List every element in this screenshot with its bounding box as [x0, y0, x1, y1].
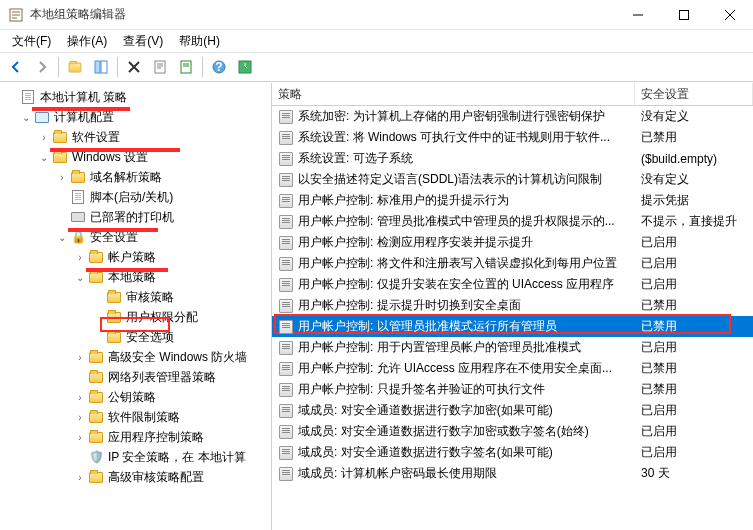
menubar: 文件(F) 操作(A) 查看(V) 帮助(H)	[0, 30, 753, 52]
policy-setting: ($build.empty)	[635, 152, 753, 166]
tree-scripts[interactable]: 脚本(启动/关机)	[0, 187, 271, 207]
delete-button[interactable]	[122, 55, 146, 79]
list-row[interactable]: 域成员: 对安全通道数据进行数字加密或数字签名(始终)已启用	[272, 421, 753, 442]
tree-root[interactable]: 本地计算机 策略	[0, 87, 271, 107]
policy-icon	[278, 445, 294, 461]
menu-view[interactable]: 查看(V)	[115, 31, 171, 52]
list-row[interactable]: 用户帐户控制: 以管理员批准模式运行所有管理员已禁用	[272, 316, 753, 337]
policy-setting: 已禁用	[635, 318, 753, 335]
policy-setting: 没有定义	[635, 108, 753, 125]
help-button[interactable]: ?	[207, 55, 231, 79]
policy-name: 用户帐户控制: 检测应用程序安装并提示提升	[298, 234, 533, 251]
policy-name: 用户帐户控制: 允许 UIAccess 应用程序在不使用安全桌面...	[298, 360, 612, 377]
policy-icon	[278, 340, 294, 356]
column-header-setting[interactable]: 安全设置	[635, 83, 753, 105]
tree-windows-settings[interactable]: ⌄ Windows 设置	[0, 147, 271, 167]
column-header-policy[interactable]: 策略	[272, 83, 635, 105]
list-body[interactable]: 系统加密: 为计算机上存储的用户密钥强制进行强密钥保护没有定义系统设置: 将 W…	[272, 106, 753, 530]
tree-adv-audit[interactable]: › 高级审核策略配置	[0, 467, 271, 487]
policy-name: 系统设置: 可选子系统	[298, 150, 413, 167]
tree-software-restrict[interactable]: › 软件限制策略	[0, 407, 271, 427]
chevron-down-icon[interactable]: ⌄	[18, 112, 34, 123]
chevron-right-icon[interactable]: ›	[72, 432, 88, 443]
list-row[interactable]: 用户帐户控制: 标准用户的提升提示行为提示凭据	[272, 190, 753, 211]
back-button[interactable]	[4, 55, 28, 79]
policy-icon	[278, 466, 294, 482]
tree-computer-config[interactable]: ⌄ 计算机配置	[0, 107, 271, 127]
svg-rect-4	[155, 61, 165, 73]
folder-icon	[106, 329, 122, 345]
list-row[interactable]: 系统加密: 为计算机上存储的用户密钥强制进行强密钥保护没有定义	[272, 106, 753, 127]
close-button[interactable]	[707, 0, 753, 29]
tree-security-options[interactable]: 安全选项	[0, 327, 271, 347]
folder-icon	[88, 469, 104, 485]
chevron-right-icon[interactable]: ›	[72, 252, 88, 263]
list-row[interactable]: 系统设置: 将 Windows 可执行文件中的证书规则用于软件...已禁用	[272, 127, 753, 148]
tree-audit-policy[interactable]: 审核策略	[0, 287, 271, 307]
list-row[interactable]: 用户帐户控制: 管理员批准模式中管理员的提升权限提示的...不提示，直接提升	[272, 211, 753, 232]
lock-icon: 🔒	[70, 229, 86, 245]
policy-name: 用户帐户控制: 仅提升安装在安全位置的 UIAccess 应用程序	[298, 276, 614, 293]
list-row[interactable]: 用户帐户控制: 允许 UIAccess 应用程序在不使用安全桌面...已禁用	[272, 358, 753, 379]
list-row[interactable]: 域成员: 对安全通道数据进行数字签名(如果可能)已启用	[272, 442, 753, 463]
titlebar: 本地组策略编辑器	[0, 0, 753, 30]
list-row[interactable]: 系统设置: 可选子系统($build.empty)	[272, 148, 753, 169]
export-button[interactable]	[174, 55, 198, 79]
list-row[interactable]: 用户帐户控制: 用于内置管理员帐户的管理员批准模式已启用	[272, 337, 753, 358]
chevron-down-icon[interactable]: ⌄	[36, 152, 52, 163]
folder-icon	[52, 129, 68, 145]
tree-user-rights[interactable]: 用户权限分配	[0, 307, 271, 327]
policy-name: 域成员: 对安全通道数据进行数字签名(如果可能)	[298, 444, 553, 461]
menu-help[interactable]: 帮助(H)	[171, 31, 228, 52]
tree-ip-sec[interactable]: 🛡️ IP 安全策略，在 本地计算	[0, 447, 271, 467]
list-row[interactable]: 用户帐户控制: 检测应用程序安装并提示提升已启用	[272, 232, 753, 253]
folder-icon	[88, 249, 104, 265]
policy-icon	[278, 130, 294, 146]
chevron-right-icon[interactable]: ›	[72, 472, 88, 483]
list-row[interactable]: 用户帐户控制: 仅提升安装在安全位置的 UIAccess 应用程序已启用	[272, 274, 753, 295]
maximize-button[interactable]	[661, 0, 707, 29]
tree-netlist-mgr[interactable]: 网络列表管理器策略	[0, 367, 271, 387]
svg-rect-3	[101, 61, 107, 73]
tree-local-policy[interactable]: ⌄ 本地策略	[0, 267, 271, 287]
tree-app-control[interactable]: › 应用程序控制策略	[0, 427, 271, 447]
up-button[interactable]	[63, 55, 87, 79]
policy-name: 用户帐户控制: 只提升签名并验证的可执行文件	[298, 381, 545, 398]
policy-icon	[278, 277, 294, 293]
tree-account-policy[interactable]: › 帐户策略	[0, 247, 271, 267]
tree-adv-firewall[interactable]: › 高级安全 Windows 防火墙	[0, 347, 271, 367]
show-hide-tree-button[interactable]	[89, 55, 113, 79]
svg-rect-2	[95, 61, 100, 73]
tree-panel[interactable]: 本地计算机 策略 ⌄ 计算机配置 › 软件设置 ⌄ Windows 设置 › 域	[0, 83, 272, 530]
document-icon	[20, 89, 36, 105]
chevron-right-icon[interactable]: ›	[54, 172, 70, 183]
tree-software-settings[interactable]: › 软件设置	[0, 127, 271, 147]
chevron-right-icon[interactable]: ›	[72, 352, 88, 363]
list-row[interactable]: 用户帐户控制: 将文件和注册表写入错误虚拟化到每用户位置已启用	[272, 253, 753, 274]
printer-icon	[70, 209, 86, 225]
refresh-button[interactable]	[233, 55, 257, 79]
policy-icon	[278, 424, 294, 440]
tree-deployed-printers[interactable]: 已部署的打印机	[0, 207, 271, 227]
list-row[interactable]: 用户帐户控制: 只提升签名并验证的可执行文件已禁用	[272, 379, 753, 400]
chevron-down-icon[interactable]: ⌄	[54, 232, 70, 243]
tree-security-settings[interactable]: ⌄ 🔒 安全设置	[0, 227, 271, 247]
policy-setting: 没有定义	[635, 171, 753, 188]
policy-icon	[278, 256, 294, 272]
chevron-right-icon[interactable]: ›	[72, 412, 88, 423]
tree-pubkey-policy[interactable]: › 公钥策略	[0, 387, 271, 407]
properties-button[interactable]	[148, 55, 172, 79]
list-row[interactable]: 域成员: 计算机帐户密码最长使用期限30 天	[272, 463, 753, 484]
policy-setting: 提示凭据	[635, 192, 753, 209]
chevron-down-icon[interactable]: ⌄	[72, 272, 88, 283]
minimize-button[interactable]	[615, 0, 661, 29]
list-row[interactable]: 域成员: 对安全通道数据进行数字加密(如果可能)已启用	[272, 400, 753, 421]
chevron-right-icon[interactable]: ›	[36, 132, 52, 143]
menu-file[interactable]: 文件(F)	[4, 31, 59, 52]
tree-dns-policy[interactable]: › 域名解析策略	[0, 167, 271, 187]
menu-action[interactable]: 操作(A)	[59, 31, 115, 52]
chevron-right-icon[interactable]: ›	[72, 392, 88, 403]
list-row[interactable]: 以安全描述符定义语言(SDDL)语法表示的计算机访问限制没有定义	[272, 169, 753, 190]
forward-button[interactable]	[30, 55, 54, 79]
list-row[interactable]: 用户帐户控制: 提示提升时切换到安全桌面已禁用	[272, 295, 753, 316]
